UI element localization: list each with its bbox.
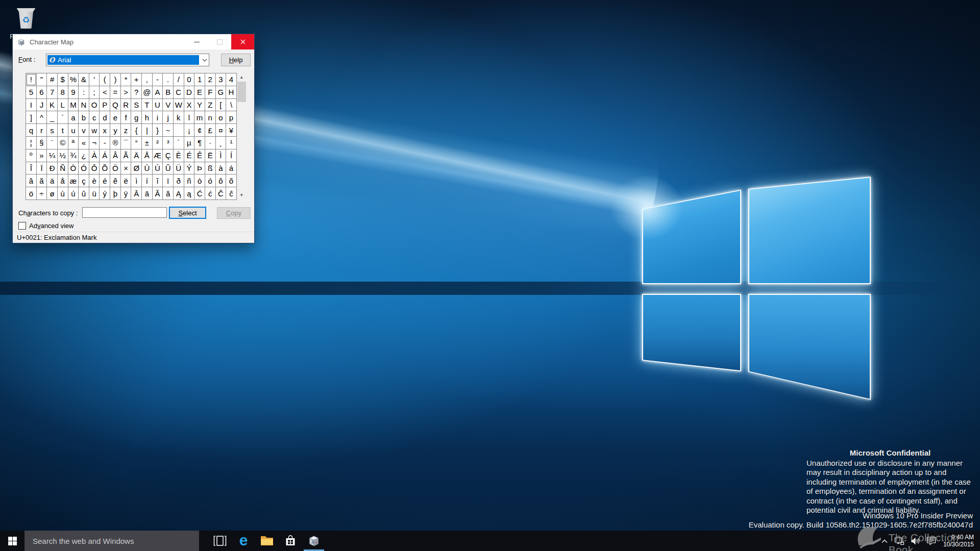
scrollbar-track[interactable]	[237, 102, 246, 191]
scroll-down-icon[interactable]: ▼	[237, 191, 246, 199]
char-cell[interactable]: d	[99, 111, 110, 124]
char-cell[interactable]: !	[26, 73, 37, 86]
char-cell[interactable]: ?	[131, 86, 142, 99]
char-cell[interactable]: Þ	[194, 162, 205, 175]
char-cell[interactable]: :	[78, 86, 89, 99]
char-cell[interactable]: ã	[36, 174, 47, 187]
char-cell[interactable]: ý	[99, 187, 110, 200]
char-cell[interactable]: µ	[184, 136, 195, 149]
char-cell[interactable]: ®	[110, 136, 121, 149]
char-cell[interactable]: Û	[162, 162, 174, 175]
char-cell[interactable]: ¶	[194, 136, 205, 149]
char-cell[interactable]: `	[57, 111, 68, 124]
char-cell[interactable]: ä	[46, 174, 58, 187]
char-cell[interactable]: /	[173, 73, 184, 86]
char-cell[interactable]: ;	[89, 86, 100, 99]
char-cell[interactable]: 6	[36, 86, 47, 99]
char-cell[interactable]: æ	[68, 174, 79, 187]
char-cell[interactable]: û	[78, 187, 89, 200]
character-map-taskbar-button[interactable]: λ a	[302, 531, 326, 551]
char-cell[interactable]: O	[89, 98, 100, 112]
char-cell[interactable]: °	[131, 136, 142, 149]
task-view-button[interactable]	[208, 531, 232, 551]
char-cell[interactable]: À	[89, 149, 100, 162]
char-cell[interactable]: Ā	[131, 187, 142, 200]
char-cell[interactable]: 9	[68, 86, 79, 99]
char-cell[interactable]: -	[152, 73, 163, 86]
char-cell[interactable]: 1	[194, 73, 205, 86]
char-cell[interactable]: 7	[46, 86, 58, 99]
char-cell[interactable]: K	[46, 98, 58, 112]
char-cell[interactable]: ²	[152, 136, 163, 149]
char-cell[interactable]: ©	[57, 136, 68, 149]
char-cell[interactable]: m	[194, 111, 205, 124]
char-cell[interactable]: Å	[141, 149, 153, 162]
char-cell[interactable]: ø	[46, 187, 58, 200]
char-cell[interactable]: 8	[57, 86, 68, 99]
char-cell[interactable]: 3	[215, 73, 227, 86]
char-cell[interactable]: è	[89, 174, 100, 187]
char-cell[interactable]: $	[57, 73, 68, 86]
char-cell[interactable]: ª	[68, 136, 79, 149]
char-cell[interactable]	[173, 123, 184, 137]
char-cell[interactable]: ð	[173, 174, 184, 187]
char-cell[interactable]: @	[141, 86, 153, 99]
char-cell[interactable]: I	[26, 98, 37, 112]
tray-chevron-up-icon[interactable]	[881, 539, 888, 543]
char-cell[interactable]: ±	[141, 136, 153, 149]
char-cell[interactable]: e	[110, 111, 121, 124]
char-cell[interactable]: t	[57, 123, 68, 137]
char-cell[interactable]: Q	[110, 98, 121, 112]
char-cell[interactable]: â	[26, 174, 37, 187]
char-cell[interactable]: ì	[131, 174, 142, 187]
char-cell[interactable]: j	[162, 111, 174, 124]
char-cell[interactable]: ĉ	[226, 187, 237, 200]
char-cell[interactable]: "	[36, 73, 47, 86]
char-cell[interactable]: =	[110, 86, 121, 99]
char-cell[interactable]: º	[26, 149, 37, 162]
char-cell[interactable]: X	[184, 98, 195, 112]
char-cell[interactable]: r	[36, 123, 47, 137]
char-cell[interactable]: z	[120, 123, 132, 137]
char-cell[interactable]: %	[68, 73, 79, 86]
char-cell[interactable]: S	[131, 98, 142, 112]
char-cell[interactable]: à	[215, 162, 227, 175]
char-cell[interactable]: E	[194, 86, 205, 99]
char-cell[interactable]: P	[99, 98, 110, 112]
char-cell[interactable]: ¢	[194, 123, 205, 137]
char-cell[interactable]: Ï	[36, 162, 47, 175]
char-cell[interactable]: Ö	[110, 162, 121, 175]
grid-scrollbar[interactable]: ▲ ▼	[237, 73, 246, 199]
edge-button[interactable]: e	[232, 531, 255, 551]
advanced-view-checkbox[interactable]	[18, 222, 26, 230]
char-cell[interactable]: Ú	[152, 162, 163, 175]
char-cell[interactable]: Í	[226, 149, 237, 162]
char-cell[interactable]: é	[99, 174, 110, 187]
char-cell[interactable]: Ø	[131, 162, 142, 175]
char-cell[interactable]: É	[184, 149, 195, 162]
char-cell[interactable]: §	[36, 136, 47, 149]
char-cell[interactable]: <	[99, 86, 110, 99]
char-cell[interactable]: s	[46, 123, 58, 137]
char-cell[interactable]: ¹	[226, 136, 237, 149]
char-cell[interactable]: Â	[110, 149, 121, 162]
char-cell[interactable]: Ì	[215, 149, 227, 162]
char-cell[interactable]: Î	[26, 162, 37, 175]
char-cell[interactable]: M	[68, 98, 79, 112]
char-cell[interactable]: H	[226, 86, 237, 99]
char-cell[interactable]: ^	[36, 111, 47, 124]
char-cell[interactable]: ê	[110, 174, 121, 187]
char-cell[interactable]: h	[141, 111, 153, 124]
char-cell[interactable]: 4	[226, 73, 237, 86]
char-cell[interactable]: Ô	[89, 162, 100, 175]
char-cell[interactable]: ¸	[215, 136, 227, 149]
char-cell[interactable]: |	[141, 123, 153, 137]
char-cell[interactable]: ¯	[120, 136, 132, 149]
char-cell[interactable]: ¨	[46, 136, 58, 149]
char-cell[interactable]: Æ	[152, 149, 163, 162]
char-cell[interactable]: #	[46, 73, 58, 86]
char-cell[interactable]: å	[57, 174, 68, 187]
char-cell[interactable]: ā	[141, 187, 153, 200]
char-cell[interactable]: Ã	[120, 149, 132, 162]
char-cell[interactable]: T	[141, 98, 153, 112]
